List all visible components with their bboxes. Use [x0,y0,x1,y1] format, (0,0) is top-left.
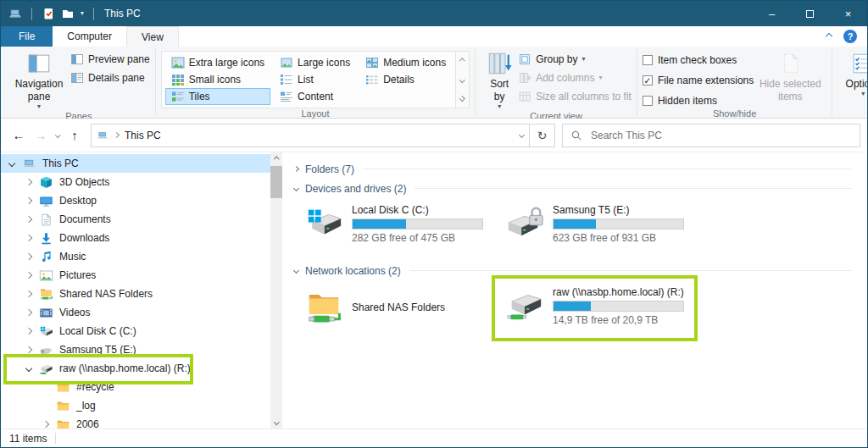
tile-local-disk-c-c[interactable]: Local Disk C (C:)282 GB free of 475 GB [304,203,505,249]
gallery-more-icon[interactable] [456,89,469,108]
sidebar-scrollbar[interactable] [270,152,282,429]
collapse-chevron-icon[interactable] [25,365,32,372]
sort-by-button[interactable]: Sort by▾ [481,50,518,111]
expand-chevron-icon[interactable] [25,309,32,316]
add-columns-button[interactable]: Add columns▾ [518,71,632,85]
size-all-columns-button[interactable]: Size all columns to fit [518,90,632,103]
layout-option-details[interactable]: Details [359,71,452,88]
options-button[interactable]: Options ▾ [837,50,868,98]
help-icon[interactable]: ? [843,30,857,43]
layout-option-small-icons[interactable]: Small icons [165,71,270,88]
customize-toolbar-chevron-icon[interactable]: ▾ [81,10,84,17]
sidebar-item-downloads[interactable]: Downloads [1,229,270,247]
sidebar-item-label: Pictures [59,269,96,281]
group-header-folders-7[interactable]: Folders (7) [292,159,852,179]
group-header-devices-and-drives-2[interactable]: Devices and drives (2) [292,179,852,198]
navigation-pane-button[interactable]: Navigation pane▾ [8,50,70,111]
new-folder-icon[interactable] [61,7,75,20]
sidebar-item-local-disk-c-c[interactable]: Local Disk C (C:) [1,322,270,340]
expand-chevron-icon[interactable] [25,216,32,223]
checkbox-checked-icon[interactable]: ✓ [643,75,653,86]
layout-option-content[interactable]: Content [274,88,356,105]
scrollbar-thumb[interactable] [270,166,282,198]
gallery-scroll-up-icon[interactable] [456,52,469,70]
checkbox-unchecked-icon[interactable] [643,55,653,65]
collapse-chevron-icon[interactable] [8,160,15,167]
expand-chevron-icon[interactable] [25,235,32,241]
sidebar-item-2006[interactable]: 2006 [1,415,270,429]
sidebar-item-documents[interactable]: Documents [1,210,270,229]
layout-option-medium-icons[interactable]: Medium icons [359,54,452,71]
tile-samsung-t5-e[interactable]: Samsung T5 (E:)623 GB free of 931 GB [505,203,706,249]
expand-chevron-icon[interactable] [25,346,32,353]
close-button[interactable]: × [829,1,867,26]
sidebar-item-label: 3D Objects [59,176,109,188]
dropdown-chevron-icon: ▾ [861,91,865,97]
collapse-chevron-icon[interactable] [293,185,299,191]
address-dropdown-icon[interactable] [519,132,525,138]
expand-chevron-icon[interactable] [25,179,32,185]
breadcrumb-chevron-icon[interactable] [114,132,120,138]
scroll-down-icon[interactable] [270,415,282,429]
layout-option-tiles[interactable]: Tiles [165,88,270,105]
recent-locations-chevron-icon[interactable] [52,133,64,137]
minimize-button[interactable]: – [753,1,791,26]
sidebar-item-this-pc[interactable]: This PC [1,154,270,173]
checkbox-item-check-boxes[interactable]: Item check boxes [643,54,754,66]
layout-option-extra-large-icons[interactable]: Extra large icons [165,54,270,71]
explorer-icon[interactable] [8,7,22,20]
tab-view[interactable]: View [126,26,179,47]
sidebar-item-log[interactable]: _log [1,396,270,415]
collapse-ribbon-icon[interactable] [826,33,832,40]
breadcrumb[interactable]: This PC [125,130,514,141]
expand-chevron-icon[interactable] [293,166,299,172]
drive-win-icon [39,324,53,339]
group-label: Folders (7) [305,163,354,175]
sidebar-item-shared-nas-folders[interactable]: Shared NAS Folders [1,285,270,303]
expand-chevron-icon[interactable] [25,290,32,297]
refresh-button[interactable]: ↻ [530,124,555,147]
ribbon-group-panes: Navigation pane▾ Preview pane Details pa… [3,47,155,118]
ribbon-group-current-view: Sort by▾ Group by▾ Add columns▾ Size all… [476,47,637,118]
dropdown-chevron-icon: ▾ [37,103,41,110]
details-pane-button[interactable]: Details pane [70,71,150,85]
scroll-up-icon[interactable] [270,152,282,166]
sidebar-item-music[interactable]: Music [1,247,270,266]
up-button[interactable]: ↑ [64,128,86,142]
tab-computer[interactable]: Computer [53,26,126,47]
maximize-button[interactable] [791,1,829,26]
expand-chevron-icon[interactable] [25,197,32,204]
checkbox-unchecked-icon[interactable] [643,96,653,106]
expand-chevron-icon[interactable] [42,421,49,428]
layout-option-list[interactable]: List [274,71,356,88]
checkbox-hidden-items[interactable]: Hidden items [643,95,754,107]
sidebar-item-desktop[interactable]: Desktop [1,191,270,210]
tile-shared-nas-folders[interactable]: Shared NAS Folders [304,285,505,331]
tile-raw-nasbp-home-local-r[interactable]: raw (\\nasbp.home.local) (R:)14,9 TB fre… [505,285,684,331]
sidebar-item-pictures[interactable]: Pictures [1,266,270,285]
layout-option-large-icons[interactable]: Large icons [274,54,356,71]
sidebar-item-3d-objects[interactable]: 3D Objects [1,173,270,191]
collapse-chevron-icon[interactable] [293,268,299,274]
tab-file[interactable]: File [1,26,53,47]
sidebar-item-samsung-t5-e[interactable]: Samsung T5 (E:) [1,340,270,359]
expand-chevron-icon[interactable] [25,272,32,279]
usage-bar [352,218,483,230]
address-bar[interactable]: This PC [91,124,530,147]
checkbox-file-name-extensions[interactable]: ✓File name extensions [643,75,754,86]
gallery-scroll-down-icon[interactable] [456,70,469,89]
sidebar-item-recycle[interactable]: #recycle [1,378,270,396]
sidebar-item-videos[interactable]: Videos [1,303,270,322]
sidebar-item-raw-nasbp-home-local-r[interactable]: raw (\\nasbp.home.local) (R:) [1,359,270,378]
expand-chevron-icon[interactable] [25,328,32,335]
hide-selected-items-button[interactable]: Hide selected items [754,50,826,104]
expand-chevron-icon[interactable] [25,253,32,260]
scrollbar-track[interactable] [270,166,282,415]
back-button[interactable]: ← [8,128,30,142]
forward-button[interactable]: → [30,128,52,142]
preview-pane-button[interactable]: Preview pane [70,53,150,66]
group-by-button[interactable]: Group by▾ [518,53,632,66]
properties-icon[interactable] [42,7,55,20]
search-input[interactable] [589,129,852,142]
search-box[interactable] [562,124,860,147]
